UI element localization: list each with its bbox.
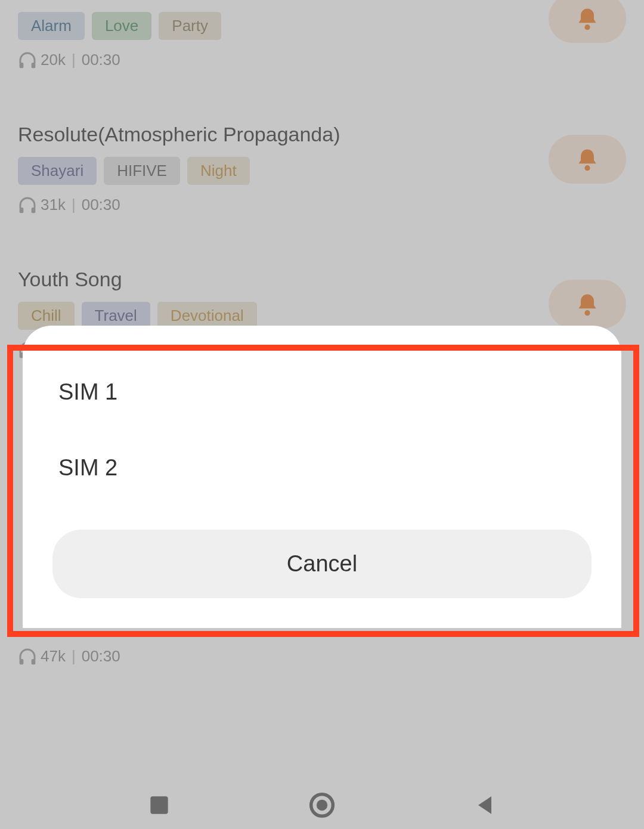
sim2-option[interactable]: SIM 2	[23, 430, 621, 506]
cancel-button[interactable]: Cancel	[52, 530, 592, 598]
sim-selection-modal: SIM 1 SIM 2 Cancel	[23, 326, 621, 628]
sim1-option[interactable]: SIM 1	[23, 326, 621, 430]
